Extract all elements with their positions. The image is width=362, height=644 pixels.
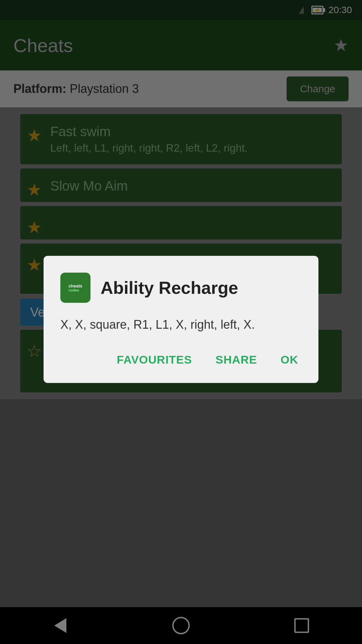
dialog-buttons: FAVOURITES SHARE OK	[60, 350, 302, 370]
app-icon: cheats codes	[60, 273, 90, 303]
dialog-body: X, X, square, R1, L1, X, right, left, X.	[60, 316, 302, 333]
favourites-button[interactable]: FAVOURITES	[113, 350, 195, 370]
ok-button[interactable]: OK	[277, 350, 302, 370]
share-button[interactable]: SHARE	[212, 350, 260, 370]
dialog-title: Ability Recharge	[101, 278, 238, 298]
app-icon-text: cheats codes	[68, 283, 82, 292]
ability-recharge-dialog: cheats codes Ability Recharge X, X, squa…	[44, 256, 318, 383]
dialog-header: cheats codes Ability Recharge	[60, 273, 302, 303]
